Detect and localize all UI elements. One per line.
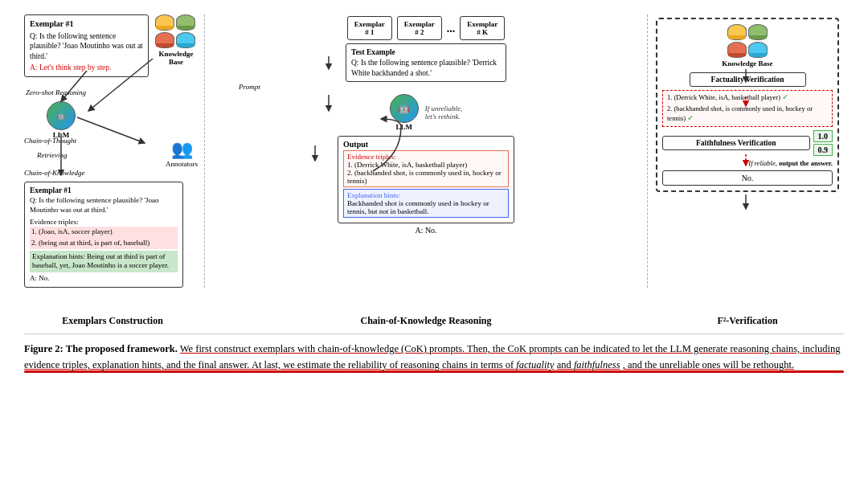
red-underline-bar (24, 370, 844, 373)
score-values: 1.0 0.9 (813, 130, 833, 156)
f2-evidence1-row: 1. (Derrick White, isA, basketball playe… (667, 93, 828, 103)
output-box: Output Evidence triples: 1. (Derrick Whi… (338, 136, 514, 223)
caption-area: Figure 2: The proposed framework. We fir… (24, 333, 844, 373)
kb-label-left: Knowledge Base (153, 50, 199, 66)
final-answer-box: No. (662, 170, 833, 186)
exemplar-mini-k: Exemplar # K (460, 16, 505, 40)
caption-text1: The proposed framework. (66, 343, 178, 354)
db-f2-b1 (748, 42, 768, 58)
db-icon-blue1 (176, 32, 195, 48)
main-container: Exemplar #1 Q: Is the following sentence… (0, 0, 868, 386)
factuality-label: Factuality Verification (710, 76, 784, 84)
db-icon-green1 (176, 14, 195, 31)
check1: ✓ (782, 93, 788, 101)
kb-db-icons (153, 14, 198, 48)
annotators-area: 👥 Annotators (166, 139, 198, 168)
evidence-title-col2: Evidence triples: (347, 153, 505, 161)
exemplar1-title: Exemplar #1 (30, 18, 143, 30)
exemplar-mini-2: Exemplar # 2 (397, 16, 442, 40)
exemplar1-answer: A: Let's think step by step. (30, 63, 143, 73)
hint-text-col2: Backhanded shot is commonly used in hock… (347, 199, 505, 215)
scores-row: Faithfulness Verification 1.0 0.9 (662, 130, 833, 156)
evidence1-2: 1. (Joao, isA, soccer player) (30, 227, 178, 238)
check2: ✓ (687, 114, 694, 122)
exemplar2-box: Exemplar #1 Q: Is the following sentence… (24, 182, 183, 288)
chain-of-thought-label: Chain-of-Thought (24, 137, 76, 145)
answer-col2: A: No. (215, 226, 637, 235)
spacer1 (201, 315, 212, 327)
figure-label: Figure 2: (24, 343, 63, 354)
col3-label: F²-Verification (651, 315, 844, 327)
final-answer: No. (742, 174, 754, 182)
chain-of-knowledge-label: Chain-of-Knowledge (24, 169, 85, 177)
factuality-box: Factuality Verification (690, 72, 806, 87)
exemplar2-question: Q: Is the following sentence plausible? … (30, 196, 178, 215)
hint-title-col2: Explanation hints: (347, 191, 505, 199)
answer2: A: No. (30, 274, 178, 284)
db-f2-g1 (748, 24, 768, 40)
if-unreliable-text: If unreliable, let's rethink. (425, 104, 463, 121)
evidence2-col2: 2. (backhanded shot, is commonly used in… (347, 169, 505, 185)
hint-section-col2: Explanation hints: Backhanded shot is co… (343, 189, 509, 218)
exemplar-mini-1: Exemplar # 1 (347, 16, 392, 40)
score2-label: 0.9 (813, 144, 833, 156)
test-example-title: Test Example (351, 47, 501, 58)
evidence-section-col2: Evidence triples: 1. (Derrick White, isA… (343, 150, 509, 187)
caption-italic1: factuality (516, 359, 554, 370)
col2-label: Chain-of-Knowledge Reasoning (212, 315, 640, 327)
caption-text4: , and the unreliable ones will be rethou… (623, 359, 794, 370)
retrieving-label: Retrieving (37, 151, 68, 159)
f2-evidence-box: 1. (Derrick White, isA, basketball playe… (662, 90, 833, 127)
db-icon-yellow1 (155, 14, 174, 31)
divider-2 (647, 14, 648, 288)
test-question: Q: Is the following sentence plausible? … (351, 58, 501, 79)
col-labels-row: Exemplars Construction Chain-of-Knowledg… (24, 315, 844, 327)
evidence1-col2: 1. (Derrick White, isA, basketball playe… (347, 161, 505, 169)
exemplar-row: Exemplar # 1 Exemplar # 2 ... Exemplar #… (215, 16, 637, 40)
db-f2-y1 (727, 24, 747, 40)
hint-title2: Explanation hints: (32, 252, 87, 260)
caption-italic2: faithfulness (574, 359, 620, 370)
col-exemplar: Exemplar #1 Q: Is the following sentence… (24, 14, 201, 312)
llm-col2-area: 🤖 LLM (390, 94, 419, 131)
output-area: Output Evidence triples: 1. (Derrick Whi… (215, 136, 637, 235)
evidence2-2: 2. (being out at third, is part of, base… (30, 238, 178, 249)
annotators-icon: 👥 (166, 139, 198, 160)
caption-text3: and (557, 359, 574, 370)
f2-inner: Knowledge Base Factuality Verification 1… (656, 18, 839, 192)
col-f2: Knowledge Base Factuality Verification 1… (651, 14, 844, 312)
annotators-label: Annotators (166, 160, 198, 168)
db-f2-r1 (727, 42, 747, 58)
faithfulness-box: Faithfulness Verification (662, 136, 810, 150)
dots: ... (447, 22, 456, 40)
f2-evidence2-row: 2. (backhanded shot, is commonly used in… (667, 104, 828, 124)
kb-f2-label: Knowledge Base (662, 59, 833, 67)
col1-label: Exemplars Construction (24, 315, 201, 327)
exemplar1-question: Q: Is the following sentence plausible? … (30, 31, 143, 62)
score1-label: 1.0 (813, 130, 833, 142)
llm-icon-col2: 🤖 (390, 94, 419, 123)
f2-evidence1: 1. (Derrick White, isA, basketball playe… (667, 93, 780, 101)
spacer2 (640, 315, 651, 327)
llm-label-left: 🤖 (57, 112, 65, 120)
exemplar2-title: Exemplar #1 (30, 186, 178, 195)
llm-emoji-col2: 🤖 (398, 103, 410, 115)
col-chain: Exemplar # 1 Exemplar # 2 ... Exemplar #… (208, 14, 644, 312)
kb-left-area: Knowledge Base (153, 14, 199, 66)
zero-shot-label: Zero-shot Reasoning (26, 88, 86, 96)
llm-label-col2: LLM (390, 123, 419, 131)
llm-circle-left: 🤖 LLM (47, 101, 76, 139)
test-example-box: Test Example Q: Is the following sentenc… (346, 43, 506, 82)
prompt-label: Prompt (239, 83, 637, 91)
db-icon-red1 (155, 32, 174, 48)
if-reliable-text: If reliable, output the answer. (662, 159, 833, 167)
svg-line-3 (77, 117, 145, 143)
evidence-title2: Evidence triples: (30, 218, 178, 227)
divider-1 (204, 14, 205, 288)
kb-f2-area: Knowledge Base (662, 24, 833, 67)
exemplar1-box: Exemplar #1 Q: Is the following sentence… (24, 14, 149, 77)
diagram-area: Exemplar #1 Q: Is the following sentence… (24, 14, 844, 312)
llm-row: 🤖 LLM If unreliable, let's rethink. (215, 94, 637, 131)
llm-icon-left: 🤖 (47, 101, 76, 130)
kb-f2-icons (725, 24, 770, 58)
